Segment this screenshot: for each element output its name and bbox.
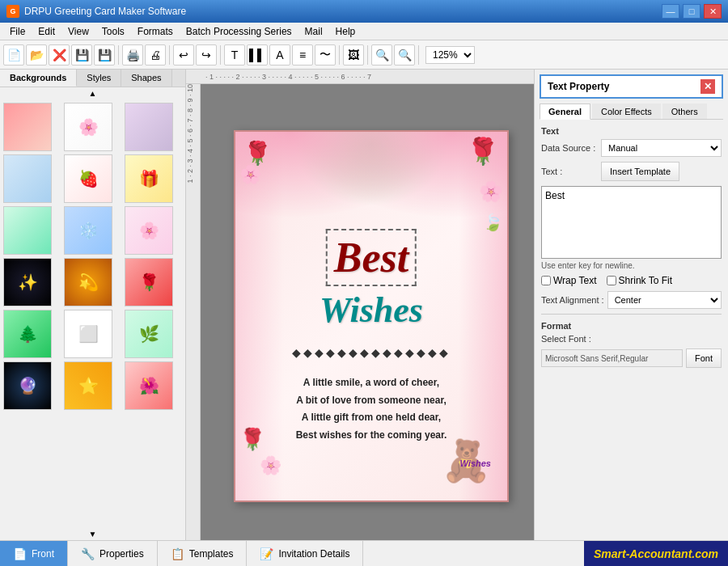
datasource-select[interactable]: Manual Database — [601, 139, 722, 157]
text-row: Text : Insert Template — [541, 162, 722, 181]
bottom-bar: 📄 Front 🔧 Properties 📋 Templates 📝 Invit… — [0, 540, 728, 566]
thumb-12[interactable]: 🌹 — [125, 258, 173, 306]
open-button[interactable]: 📂 — [26, 44, 47, 65]
thumb-6[interactable]: 🎁 — [125, 154, 173, 203]
zoom-in-button[interactable]: 🔍 — [371, 44, 392, 65]
print-button[interactable]: 🖨️ — [122, 44, 143, 65]
scroll-up-arrow[interactable]: ▲ — [0, 87, 185, 99]
datasource-row: Data Source : Manual Database — [541, 139, 722, 157]
thumb-9[interactable]: 🌸 — [125, 206, 173, 255]
shape-tool[interactable]: A — [269, 44, 290, 65]
shrink-to-fit-checkbox[interactable] — [607, 276, 616, 285]
card-text-wishes: Wishes — [320, 289, 423, 331]
tab-backgrounds[interactable]: Backgrounds — [0, 70, 77, 87]
greeting-card[interactable]: 🌹 🌹 🌸 🌸 🌹 🌸 🍃 Best Wishes ◆◆◆◆◆◆◆◆◆◆◆◆◆◆… — [234, 130, 509, 502]
zoom-control: 125% 100% 75% 150% — [425, 46, 475, 64]
thumb-7[interactable] — [3, 206, 52, 255]
minimize-button[interactable]: — — [662, 4, 679, 19]
app-title: DRPU Greeting Card Maker Software — [24, 6, 186, 17]
format-section-title: Format — [541, 321, 722, 331]
thumb-17[interactable]: ⭐ — [64, 361, 112, 410]
insert-template-button[interactable]: Insert Template — [601, 162, 679, 181]
undo-button[interactable]: ↩ — [173, 44, 194, 65]
toolbar-separator-5 — [367, 45, 368, 65]
close-doc-button[interactable]: ❌ — [49, 44, 70, 65]
thumb-10[interactable]: ✨ — [3, 258, 52, 306]
window-controls: — □ ✕ — [662, 4, 722, 19]
newline-hint: Use enter key for newline. — [541, 261, 722, 270]
thumb-4[interactable] — [3, 154, 52, 203]
bottom-tab-invitation[interactable]: 📝 Invitation Details — [247, 541, 363, 567]
thumb-13[interactable]: 🌲 — [3, 310, 52, 358]
print-preview-button[interactable]: 🖨 — [145, 44, 166, 65]
wrap-text-label: Wrap Text — [553, 275, 597, 286]
invitation-label: Invitation Details — [278, 548, 349, 560]
thumb-14[interactable]: ⬜ — [64, 310, 112, 358]
verse-line-4: Best wishes for the coming year. — [296, 427, 447, 445]
menu-tools[interactable]: Tools — [95, 24, 131, 39]
save-button[interactable]: 💾 — [71, 44, 92, 65]
invitation-icon: 📝 — [260, 547, 273, 560]
thumb-3[interactable] — [125, 103, 173, 151]
scroll-down-arrow[interactable]: ▼ — [0, 528, 185, 540]
close-button[interactable]: ✕ — [704, 4, 722, 19]
maximize-button[interactable]: □ — [683, 4, 700, 19]
thumb-8[interactable]: ❄️ — [64, 206, 112, 255]
toolbar-separator-4 — [339, 45, 340, 65]
barcode-tool[interactable]: ▌▌ — [247, 44, 268, 65]
branding: Smart-Accountant.com — [584, 541, 728, 567]
bottom-tab-templates[interactable]: 📋 Templates — [158, 541, 248, 567]
panel-tabs: Backgrounds Styles Shapes — [0, 70, 185, 87]
menu-file[interactable]: File — [3, 24, 32, 39]
checkbox-row: Wrap Text Shrink To Fit — [541, 275, 722, 286]
prop-tab-others[interactable]: Others — [662, 103, 707, 119]
tab-shapes[interactable]: Shapes — [121, 70, 171, 87]
zoom-select[interactable]: 125% 100% 75% 150% — [425, 46, 475, 64]
property-close-button[interactable]: ✕ — [700, 79, 715, 94]
save-as-button[interactable]: 💾 — [94, 44, 115, 65]
card-verse: A little smile, a word of cheer, A bit o… — [296, 374, 447, 444]
thumb-1[interactable] — [3, 103, 52, 151]
text-label: Text : — [541, 167, 598, 176]
property-header: Text Property ✕ — [540, 74, 723, 99]
image-tool[interactable]: 🖼 — [343, 44, 364, 65]
zoom-out-button[interactable]: 🔍 — [394, 44, 415, 65]
thumb-2[interactable]: 🌸 — [64, 103, 112, 151]
thumb-16[interactable]: 🔮 — [3, 361, 52, 410]
tab-styles[interactable]: Styles — [77, 70, 121, 87]
card-text-best[interactable]: Best — [326, 229, 417, 286]
front-icon: 📄 — [13, 547, 27, 560]
prop-tab-general[interactable]: General — [540, 103, 590, 120]
verse-line-3: A little gift from one held dear, — [296, 409, 447, 427]
thumb-5[interactable]: 🍓 — [64, 154, 112, 203]
bottom-tab-front[interactable]: 📄 Front — [0, 541, 68, 567]
ruler-horizontal: · 1 · · · · · 2 · · · · · 3 · · · · · 4 … — [186, 70, 534, 84]
panel-scroll[interactable]: 🌸 🍓 🎁 ❄️ 🌸 ✨ 💫 🌹 🌲 ⬜ 🌿 🔮 ⭐ 🌺 — [0, 99, 185, 528]
shrink-to-fit-item: Shrink To Fit — [607, 275, 672, 286]
verse-line-1: A little smile, a word of cheer, — [296, 374, 447, 392]
menu-mail[interactable]: Mail — [298, 24, 329, 39]
align-tool[interactable]: ≡ — [292, 44, 313, 65]
thumb-18[interactable]: 🌺 — [125, 361, 173, 410]
thumb-11[interactable]: 💫 — [64, 258, 112, 306]
font-input[interactable] — [541, 349, 683, 367]
text-content-area[interactable]: Best — [541, 186, 722, 259]
thumb-15[interactable]: 🌿 — [125, 310, 173, 358]
new-button[interactable]: 📄 — [3, 44, 24, 65]
redo-button[interactable]: ↪ — [196, 44, 217, 65]
prop-tab-color-effects[interactable]: Color Effects — [592, 103, 661, 119]
menu-batch[interactable]: Batch Processing Series — [180, 24, 298, 39]
text-tool[interactable]: T — [224, 44, 245, 65]
bottom-tab-properties[interactable]: 🔧 Properties — [68, 541, 158, 567]
menu-formats[interactable]: Formats — [131, 24, 180, 39]
menu-view[interactable]: View — [61, 24, 95, 39]
alignment-label: Text Alignment : — [541, 295, 604, 305]
menu-help[interactable]: Help — [329, 24, 362, 39]
select-font-row: Select Font : — [541, 334, 722, 344]
wrap-text-checkbox[interactable] — [541, 276, 551, 285]
alignment-select[interactable]: Left Center Right Justify — [607, 291, 722, 309]
font-button[interactable]: Font — [686, 348, 722, 368]
title-bar: G DRPU Greeting Card Maker Software — □ … — [0, 0, 728, 23]
squiggle-tool[interactable]: 〜 — [315, 44, 336, 65]
menu-edit[interactable]: Edit — [32, 24, 61, 39]
